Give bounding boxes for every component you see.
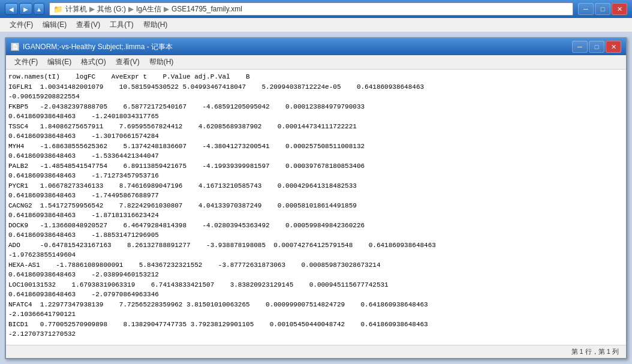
text-content[interactable]: row.names(tI) logFC AveExpr t P.Value ad… (6, 70, 626, 345)
notepad-maximize-button[interactable]: □ (589, 41, 604, 53)
forward-button[interactable]: ▶ (19, 3, 32, 15)
sep3: ▶ (164, 5, 169, 13)
notepad-window: 📄 IGANORM;-vs-Healthy Subject;.limma - 记… (5, 37, 627, 359)
back-button[interactable]: ◀ (5, 3, 18, 15)
outer-menu-view[interactable]: 查看(V) (71, 19, 105, 31)
sep1: ▶ (89, 5, 95, 13)
notepad-icon: 📄 (11, 43, 19, 51)
up-button[interactable]: ▲ (34, 3, 44, 15)
outer-maximize-button[interactable]: □ (595, 3, 610, 15)
breadcrumb-iga: IgA生信 (136, 4, 161, 14)
outer-titlebar: ◀ ▶ ▲ 📁 计算机 ▶ 其他 (G:) ▶ IgA生信 ▶ GSE14795… (0, 0, 632, 18)
breadcrumb-text: 计算机 (65, 4, 87, 14)
cursor-position: 第 1 行，第 1 列 (571, 347, 619, 356)
outer-window-controls: ─ □ ✕ (578, 3, 627, 15)
sep2: ▶ (128, 5, 134, 13)
outer-minimize-button[interactable]: ─ (578, 3, 594, 15)
outer-menu-tools[interactable]: 工具(T) (105, 19, 138, 31)
breadcrumb[interactable]: 📁 计算机 ▶ 其他 (G:) ▶ IgA生信 ▶ GSE14795_famil… (49, 2, 573, 16)
outer-menu-edit[interactable]: 编辑(E) (38, 19, 71, 31)
nav-icons: ◀ ▶ ▲ (5, 3, 44, 15)
np-menu-help[interactable]: 帮助(H) (145, 56, 179, 68)
notepad-titlebar: 📄 IGANORM;-vs-Healthy Subject;.limma - 记… (6, 38, 626, 55)
notepad-minimize-button[interactable]: ─ (572, 41, 588, 53)
notepad-controls: ─ □ ✕ (572, 41, 621, 53)
text-area-wrapper: row.names(tI) logFC AveExpr t P.Value ad… (6, 70, 626, 345)
outer-menu-help[interactable]: 帮助(H) (139, 19, 173, 31)
outer-close-button[interactable]: ✕ (612, 3, 627, 15)
np-menu-format[interactable]: 格式(O) (76, 56, 110, 68)
np-menu-edit[interactable]: 编辑(E) (43, 56, 76, 68)
main-area: 📄 IGANORM;-vs-Healthy Subject;.limma - 记… (0, 32, 632, 364)
folder-icon: 📁 (53, 5, 63, 14)
status-bar: 第 1 行，第 1 列 (6, 345, 626, 358)
breadcrumb-file: GSE14795_family.xml (171, 5, 242, 13)
notepad-close-button[interactable]: ✕ (606, 41, 621, 53)
breadcrumb-g: 其他 (G:) (97, 4, 126, 14)
outer-menu-file[interactable]: 文件(F) (5, 19, 38, 31)
outer-menubar: 文件(F) 编辑(E) 查看(V) 工具(T) 帮助(H) (0, 18, 632, 32)
notepad-title: IGANORM;-vs-Healthy Subject;.limma - 记事本 (23, 42, 572, 52)
np-menu-file[interactable]: 文件(F) (10, 56, 43, 68)
notepad-menubar: 文件(F) 编辑(E) 格式(O) 查看(V) 帮助(H) (6, 55, 626, 70)
np-menu-view[interactable]: 查看(V) (111, 56, 145, 68)
